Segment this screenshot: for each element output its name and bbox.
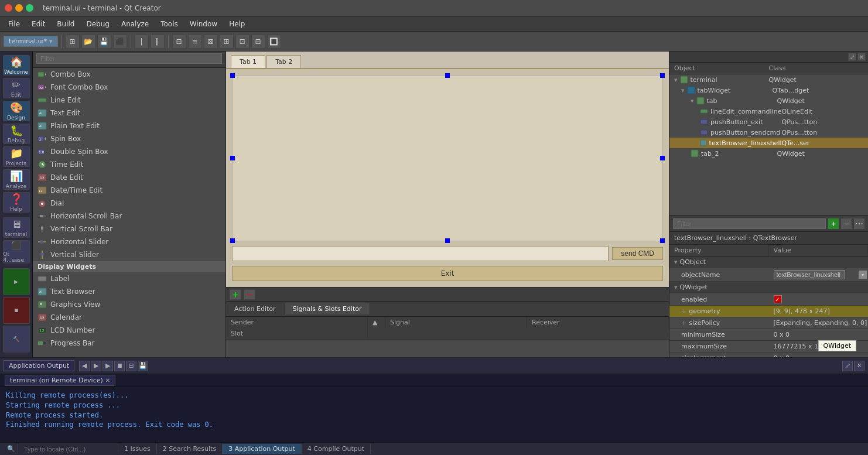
props-remove-button[interactable]: − <box>841 218 852 229</box>
widget-item-vslider[interactable]: Vertical Slider <box>33 248 225 261</box>
signals-add-btn[interactable]: + <box>230 289 241 300</box>
statusbar-search-results-tab[interactable]: 2 Search Results <box>157 444 223 454</box>
nav-stop-btn[interactable]: ⏹ <box>3 297 30 324</box>
statusbar-search-input[interactable] <box>24 446 112 453</box>
selection-handle-ml[interactable] <box>230 156 235 160</box>
widget-item-dial[interactable]: Dial <box>33 197 225 210</box>
widget-item-doublespinbox[interactable]: 1.0 Double Spin Box <box>33 145 225 158</box>
tree-row-tabwidget[interactable]: ▾ tabWidget QTab...dget <box>669 85 868 95</box>
toolbar-form-btn[interactable]: ⊡ <box>235 35 250 49</box>
selection-handle-mr[interactable] <box>660 156 665 160</box>
selection-handle-bl[interactable] <box>230 238 235 243</box>
bottom-clear-btn[interactable]: ⊟ <box>126 361 136 371</box>
props-sizepolicy-expand-icon[interactable]: + <box>681 319 686 327</box>
widget-item-textbrowser[interactable]: AI Text Browser <box>33 285 225 298</box>
widget-item-label[interactable]: Label <box>33 272 225 285</box>
tree-row-tab2[interactable]: tab_2 QWidget <box>669 148 868 159</box>
selection-handle-tl[interactable] <box>230 73 235 78</box>
selection-handle-bm[interactable] <box>445 238 450 243</box>
design-tab-1[interactable]: Tab 1 <box>231 55 265 68</box>
exit-button[interactable]: Exit <box>232 266 663 281</box>
menu-debug[interactable]: Debug <box>80 18 115 30</box>
toolbar-save-all-btn[interactable]: ⬛ <box>113 35 127 49</box>
selection-handle-tr[interactable] <box>660 73 665 78</box>
statusbar-issues-tab[interactable]: 1 Issues <box>118 444 157 454</box>
textbrowser-widget[interactable] <box>232 75 663 241</box>
file-dropdown-icon[interactable]: ▾ <box>49 37 53 45</box>
widget-item-progressbar[interactable]: Progress Bar <box>33 337 225 350</box>
widget-item-plaintextedit[interactable]: AI Plain Text Edit <box>33 119 225 132</box>
tree-row-terminal[interactable]: ▾ terminal QWidget <box>669 74 868 85</box>
tree-row-textbrowser[interactable]: textBrowser_linuxshell QTe...ser <box>669 138 868 148</box>
nav-help[interactable]: ❓ Help <box>3 192 30 213</box>
widget-item-hscrollbar[interactable]: Horizontal Scroll Bar <box>33 210 225 223</box>
props-extra-btn[interactable]: ⋯ <box>854 218 864 229</box>
nav-design[interactable]: 🎨 Design <box>3 101 30 121</box>
menu-window[interactable]: Window <box>184 18 223 30</box>
widget-item-vscrollbar[interactable]: Vertical Scroll Bar <box>33 223 225 235</box>
toolbar-undo-btn[interactable]: | <box>135 35 149 49</box>
nav-edit[interactable]: ✏ Edit <box>3 78 30 98</box>
widget-item-combobox[interactable]: Combo Box <box>33 68 225 81</box>
nav-welcome[interactable]: 🏠 Welcome <box>3 55 30 76</box>
widget-item-spinbox[interactable]: 1 Spin Box <box>33 132 225 145</box>
props-qwidget-expand-icon[interactable]: ▾ <box>674 283 678 291</box>
widget-item-hslider[interactable]: Horizontal Slider <box>33 235 225 248</box>
terminal-session-close-icon[interactable]: ✕ <box>105 377 110 384</box>
bottom-float-btn[interactable]: ⤢ <box>842 361 853 371</box>
widget-item-lineedit[interactable]: Line Edit <box>33 94 225 107</box>
section-display-widgets[interactable]: Display Widgets <box>33 261 225 272</box>
close-button[interactable] <box>5 4 12 12</box>
widget-item-fontcombobox[interactable]: Ab Font Combo Box <box>33 81 225 94</box>
tree-row-lineedit[interactable]: lineEdit_commandline QLineEdit <box>669 106 868 117</box>
bottom-scroll-left-btn[interactable]: ◀ <box>79 361 90 371</box>
menu-tools[interactable]: Tools <box>155 18 184 30</box>
selection-handle-br[interactable] <box>660 238 665 243</box>
menu-edit[interactable]: Edit <box>26 18 51 30</box>
widget-item-graphicsview[interactable]: Graphics View <box>33 298 225 311</box>
props-qobject-expand-icon[interactable]: ▾ <box>674 258 678 266</box>
toolbar-preview-btn[interactable]: 🔳 <box>267 35 281 49</box>
nav-qt4ease[interactable]: ⬛ Qt 4...ease <box>3 240 30 264</box>
widget-item-calendar[interactable]: 12 Calendar <box>33 311 225 324</box>
bottom-save-btn[interactable]: 💾 <box>138 361 148 371</box>
bottom-tab-app-output[interactable]: Application Output <box>4 360 74 371</box>
maximize-button[interactable] <box>26 4 33 12</box>
cmd-input[interactable] <box>232 246 609 261</box>
nav-projects[interactable]: 📁 Projects <box>3 146 30 167</box>
minimize-button[interactable] <box>15 4 23 12</box>
tree-row-pushbutton-sendcmd[interactable]: pushButton_sendcmd QPus...tton <box>669 127 868 138</box>
object-tree-float-btn[interactable]: ⤢ <box>848 53 856 61</box>
terminal-session-label[interactable]: terminal (on Remote Device) ✕ <box>5 375 115 386</box>
nav-analyze[interactable]: 📊 Analyze <box>3 169 30 190</box>
menu-build[interactable]: Build <box>51 18 80 30</box>
nav-debug[interactable]: 🐛 Debug <box>3 124 30 144</box>
statusbar-search-input-item[interactable] <box>18 444 118 454</box>
nav-build-btn[interactable]: 🔨 <box>3 326 30 353</box>
bottom-run-btn[interactable]: ▶ <box>102 361 113 371</box>
props-enabled-checkbox[interactable]: ✓ <box>774 295 782 303</box>
tree-row-pushbutton-exit[interactable]: pushButton_exit QPus...tton <box>669 117 868 127</box>
design-tab-2[interactable]: Tab 2 <box>266 55 301 68</box>
widget-item-dateedit[interactable]: 12 Date Edit <box>33 171 225 184</box>
toolbar-align-right-btn[interactable]: ⊠ <box>204 35 218 49</box>
sidebar-filter-input[interactable] <box>36 53 222 64</box>
toolbar-grid-btn[interactable]: ⊞ <box>220 35 234 49</box>
props-objectname-input[interactable] <box>774 270 846 279</box>
statusbar-app-output-tab[interactable]: 3 Application Output <box>223 444 302 454</box>
props-objectname-dropdown[interactable]: ▾ <box>859 271 867 279</box>
props-geometry-expand-icon[interactable]: + <box>681 307 686 315</box>
signals-remove-btn[interactable]: − <box>244 289 255 300</box>
nav-run-btn[interactable]: ▶ <box>3 268 30 295</box>
menu-help[interactable]: Help <box>223 18 251 30</box>
widget-item-lcdnumber[interactable]: 12 LCD Number <box>33 324 225 337</box>
menu-file[interactable]: File <box>2 18 26 30</box>
toolbar-align-left-btn[interactable]: ⊟ <box>172 35 186 49</box>
toolbar-redo-btn[interactable]: ‖ <box>151 35 165 49</box>
object-tree-close-btn[interactable]: ✕ <box>857 53 866 61</box>
widget-item-textedit[interactable]: AI Text Edit <box>33 107 225 119</box>
statusbar-compile-output-tab[interactable]: 4 Compile Output <box>302 444 371 454</box>
tab-action-editor[interactable]: Action Editor <box>226 303 285 314</box>
toolbar-save-btn[interactable]: 💾 <box>97 35 111 49</box>
props-add-button[interactable]: + <box>828 218 839 229</box>
